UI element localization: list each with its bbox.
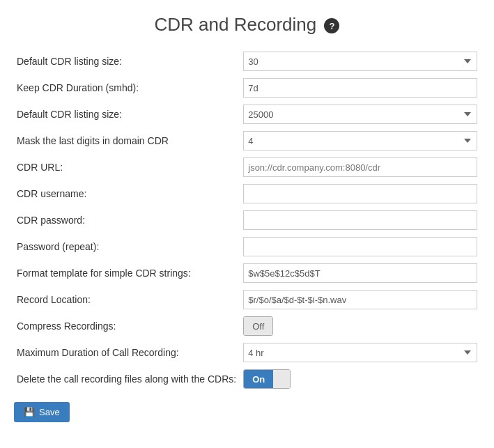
table-row: Keep CDR Duration (smhd): [14,75,480,101]
table-row: CDR password: [14,207,480,233]
field-label: Keep CDR Duration (smhd): [14,75,240,101]
record-location-input[interactable] [243,290,477,309]
field-label: Default CDR listing size: [14,48,240,75]
table-row: Delete the call recording files along wi… [14,366,480,392]
default-cdr-listing-size-select-2[interactable]: 25000 50000 100000 [243,105,477,124]
compress-recordings-off-btn[interactable]: Off [244,317,272,335]
cdr-password-repeat-input[interactable] [243,237,477,256]
delete-recordings-on-btn[interactable]: On [244,370,273,388]
max-duration-select[interactable]: 1 hr 2 hr 4 hr 8 hr unlimited [243,343,477,362]
field-label: Password (repeat): [14,233,240,260]
table-row: CDR username: [14,180,480,207]
table-row: Record Location: [14,286,480,313]
settings-form: Default CDR listing size: 30 50 100 250 … [14,48,480,392]
field-label: Delete the call recording files along wi… [14,366,240,392]
field-label: Record Location: [14,286,240,313]
default-cdr-listing-size-select[interactable]: 30 50 100 250 [243,52,477,71]
save-icon: 💾 [24,407,35,417]
delete-recordings-toggle[interactable]: On [243,369,291,389]
table-row: Mask the last digits in domain CDR 0 1 2… [14,128,480,154]
table-row: CDR URL: [14,154,480,180]
help-icon[interactable]: ? [324,18,339,33]
field-label: CDR password: [14,207,240,233]
field-label: Format template for simple CDR strings: [14,260,240,286]
table-row: Password (repeat): [14,233,480,260]
field-label: CDR URL: [14,154,240,180]
table-row: Default CDR listing size: 30 50 100 250 [14,48,480,75]
compress-recordings-toggle[interactable]: Off [243,316,273,336]
table-row: Maximum Duration of Call Recording: 1 hr… [14,339,480,366]
cdr-url-input[interactable] [243,157,477,177]
field-label: Mask the last digits in domain CDR [14,128,240,154]
delete-recordings-off-btn[interactable] [273,370,290,388]
table-row: Compress Recordings: Off [14,313,480,339]
field-label: Default CDR listing size: [14,101,240,128]
format-template-input[interactable] [243,263,477,283]
save-button[interactable]: 💾 Save [14,402,70,422]
save-label: Save [39,407,60,417]
field-label: CDR username: [14,180,240,207]
mask-digits-select[interactable]: 0 1 2 3 4 5 6 [243,131,477,150]
field-label: Compress Recordings: [14,313,240,339]
table-row: Default CDR listing size: 25000 50000 10… [14,101,480,128]
table-row: Format template for simple CDR strings: [14,260,480,286]
keep-cdr-duration-input[interactable] [243,78,477,98]
field-label: Maximum Duration of Call Recording: [14,339,240,366]
cdr-username-input[interactable] [243,184,477,203]
page-title: CDR and Recording ? [14,7,480,36]
cdr-password-input[interactable] [243,210,477,230]
